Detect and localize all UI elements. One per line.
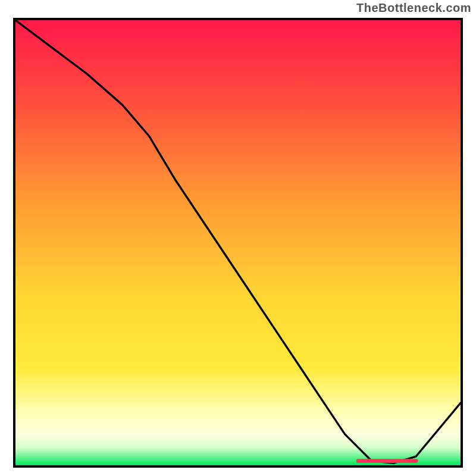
plot-area bbox=[13, 18, 463, 468]
gradient-background bbox=[15, 20, 461, 465]
chart-container: TheBottleneck.com bbox=[0, 0, 476, 476]
watermark-text: TheBottleneck.com bbox=[356, 1, 471, 15]
chart-svg bbox=[15, 20, 461, 465]
